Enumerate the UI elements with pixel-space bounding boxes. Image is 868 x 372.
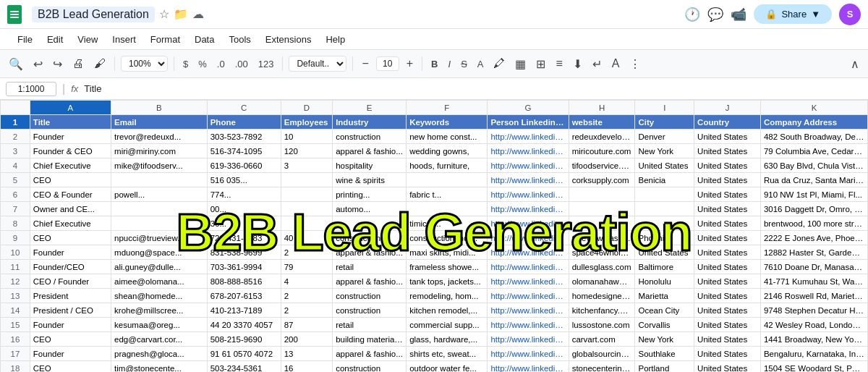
row-num[interactable]: 15 — [1, 318, 30, 332]
cell[interactable]: Honolulu — [635, 274, 694, 289]
cell[interactable]: pragnesh@gloca... — [111, 347, 208, 361]
chat-icon[interactable]: 💬 — [707, 7, 723, 22]
align-icon[interactable]: ≡ — [553, 56, 565, 72]
col-header-d[interactable]: D — [281, 101, 332, 115]
cell[interactable]: 4 — [281, 274, 332, 289]
row-num[interactable]: 2 — [1, 130, 30, 144]
cell[interactable] — [635, 202, 694, 216]
redo-icon[interactable]: ↪ — [50, 56, 65, 72]
header-website[interactable]: website — [569, 115, 635, 130]
row-num[interactable]: 8 — [1, 216, 30, 231]
cell[interactable]: 79 — [281, 260, 332, 274]
cell[interactable]: tifoodservice.co... — [569, 158, 635, 173]
cell[interactable]: CEO & Founder — [30, 187, 111, 202]
cell[interactable]: http://www.linkedin.c... — [488, 202, 569, 216]
cell[interactable] — [281, 202, 332, 216]
cell[interactable]: CEO / Founder — [30, 274, 111, 289]
cell[interactable]: shirts etc, sweat... — [407, 347, 488, 361]
cell[interactable]: 703-361-9994 — [207, 260, 281, 274]
cell[interactable]: President / CEO — [30, 303, 111, 318]
cell[interactable]: http://www.linkedin.c... — [488, 130, 569, 144]
cell[interactable]: shean@homede... — [111, 289, 208, 303]
cell[interactable]: 40 — [281, 231, 332, 245]
cell[interactable]: maxi skirts, midi... — [407, 245, 488, 260]
row-num[interactable]: 7 — [1, 202, 30, 216]
cell[interactable]: trevor@redeuxd... — [111, 130, 208, 144]
cell[interactable]: Phoenix — [635, 231, 694, 245]
cell[interactable]: http://www.linkedin.c... — [488, 274, 569, 289]
cell[interactable]: 2 — [281, 289, 332, 303]
cell[interactable] — [407, 202, 488, 216]
cell[interactable]: 3 — [281, 158, 332, 173]
cell[interactable] — [281, 216, 332, 231]
cell[interactable]: kitchenfancy.con... — [569, 303, 635, 318]
row-num[interactable]: 11 — [1, 260, 30, 274]
header-phone[interactable]: Phone — [207, 115, 281, 130]
cell[interactable] — [407, 173, 488, 187]
col-header-c[interactable]: C — [207, 101, 281, 115]
cell[interactable]: olomanahawaii.c... — [569, 274, 635, 289]
cell[interactable]: 508-215-9690 — [207, 332, 281, 347]
cell[interactable]: President — [30, 289, 111, 303]
cell[interactable]: United States — [694, 260, 761, 274]
cell[interactable]: United States — [635, 245, 694, 260]
cell[interactable]: 41-771 Kumuhau St, Waim... — [760, 274, 867, 289]
cell[interactable]: 36... — [207, 216, 281, 231]
cell[interactable]: New York — [635, 144, 694, 158]
cell[interactable]: 87 — [281, 318, 332, 332]
col-header-e[interactable]: E — [333, 101, 407, 115]
cell[interactable]: Bengaluru, Karnataka, Indi... — [760, 347, 867, 361]
cell[interactable]: United States — [694, 332, 761, 347]
row-num[interactable]: 6 — [1, 187, 30, 202]
cell[interactable]: CEO — [30, 332, 111, 347]
cell[interactable]: Denver — [635, 130, 694, 144]
cell[interactable]: 619-336-0660 — [207, 158, 281, 173]
cell[interactable]: construction — [333, 361, 407, 373]
cell[interactable] — [111, 216, 208, 231]
cell[interactable]: space46wholesa... — [569, 245, 635, 260]
cell[interactable]: United States — [694, 144, 761, 158]
cell[interactable]: Ocean City — [635, 303, 694, 318]
undo-icon[interactable]: ↩ — [30, 56, 46, 72]
cell[interactable]: http://www.linkedin.c... — [488, 158, 569, 173]
cell[interactable]: carvart.com — [569, 332, 635, 347]
row-num[interactable]: 9 — [1, 231, 30, 245]
cell[interactable]: http://www.linkedin.c... — [488, 347, 569, 361]
cell[interactable]: Founder & CEO — [30, 144, 111, 158]
col-header-k[interactable]: K — [760, 101, 867, 115]
font-select[interactable]: Default... — [289, 56, 346, 72]
cell[interactable]: brentwood, 100 more stree... — [760, 216, 867, 231]
folder-icon[interactable]: 📁 — [174, 7, 188, 21]
cell[interactable]: 12882 Haster St, Garden C... — [760, 245, 867, 260]
cell[interactable]: http://www.linkedin.c... — [488, 361, 569, 373]
highlight-icon[interactable]: 🖍 — [490, 56, 508, 72]
cell[interactable]: 200 — [281, 332, 332, 347]
wrap-icon[interactable]: ↵ — [590, 56, 605, 72]
cell[interactable]: apparel & fashio... — [333, 347, 407, 361]
star-icon[interactable]: ☆ — [159, 7, 169, 21]
cell[interactable]: http://www.linkedin.c... — [488, 260, 569, 274]
cloud-icon[interactable]: ☁ — [192, 7, 204, 21]
cell[interactable]: 120 — [281, 144, 332, 158]
user-avatar[interactable]: S — [839, 4, 861, 25]
cell[interactable]: ali.guney@dulle... — [111, 260, 208, 274]
row-num[interactable]: 10 — [1, 245, 30, 260]
cell[interactable]: 774... — [207, 187, 281, 202]
cell[interactable]: new home const... — [407, 130, 488, 144]
cell[interactable] — [569, 216, 635, 231]
cell[interactable]: United States — [694, 303, 761, 318]
print-icon[interactable]: 🖨 — [69, 56, 87, 72]
cell[interactable]: 3016 Daggett Dr, Omro, W... — [760, 202, 867, 216]
merge-icon[interactable]: ⊞ — [533, 56, 548, 72]
font-color-btn[interactable]: A — [475, 57, 487, 71]
cell[interactable]: 13 — [281, 347, 332, 361]
cell[interactable]: redeuxdevelopm... — [569, 130, 635, 144]
cell[interactable]: stonecenterinc.c... — [569, 361, 635, 373]
row-num[interactable]: 17 — [1, 347, 30, 361]
cell[interactable]: 44 20 3370 4057 — [207, 318, 281, 332]
decimal-decrease-btn[interactable]: .0 — [214, 57, 228, 71]
cell[interactable]: Owner and CE... — [30, 202, 111, 216]
cell[interactable]: 678-207-6153 — [207, 289, 281, 303]
cell[interactable]: hoods, furniture, — [407, 158, 488, 173]
cell[interactable]: 720-431-8783 — [207, 231, 281, 245]
